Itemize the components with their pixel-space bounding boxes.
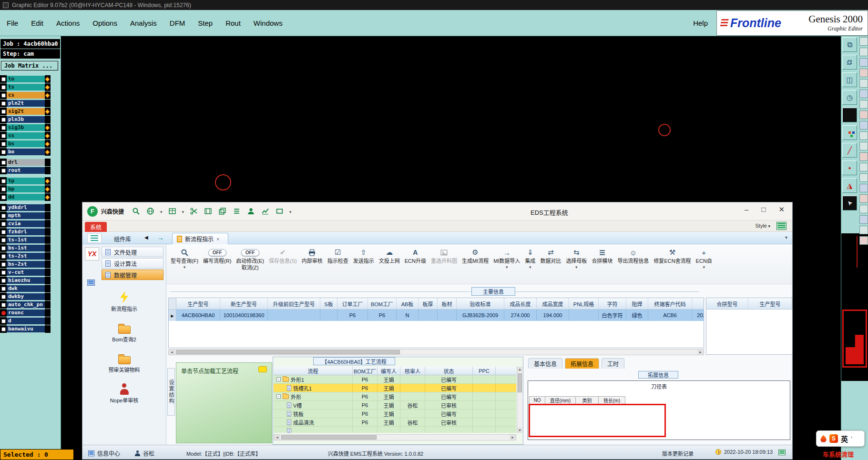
scissors-icon[interactable] [189,207,198,216]
tab-close-icon[interactable] [216,236,219,242]
layer-checkbox[interactable] [0,140,7,148]
cursor-arrow-icon[interactable]: ➤ [842,196,857,210]
column-header-5[interactable]: BOM工厂 [368,298,397,309]
timer-icon[interactable]: ◷ [842,90,857,105]
edge-tool-icon[interactable] [859,121,868,130]
toolbar-button-6[interactable]: ⇧发送指示 [351,246,377,284]
process-row-3[interactable]: V槽P6王娟谷松已审核 [274,401,516,410]
column-header-11[interactable]: 成品宽度 [537,298,569,309]
edge-tool-icon[interactable] [859,142,868,150]
tab-component-library[interactable]: 组件库 [114,235,131,243]
menu-file[interactable]: File [7,19,18,27]
layer-row-cvia[interactable]: cvia [0,220,51,228]
globe-icon[interactable] [146,207,155,216]
layer-checkbox[interactable] [0,252,7,260]
menu-help[interactable]: Help [693,19,708,27]
tree-vscrollbar[interactable] [517,367,523,433]
tree-expander-icon[interactable]: - [276,394,281,399]
column-header-7[interactable]: 板厚 [419,298,438,309]
import-step-icon[interactable]: ⧉ [842,55,857,70]
column-header-1[interactable]: 新生产型号 [220,298,268,309]
layer-row-ydkdrl[interactable]: ydkdrl [0,204,51,211]
scrollbar-thumb[interactable] [281,435,377,440]
scroll-right-icon[interactable] [697,350,704,355]
column-header-9[interactable]: 验收标准 [457,298,504,309]
off-toggle[interactable]: OFF [208,249,226,256]
toolbar-button-7[interactable]: ☁文投上网 [377,246,402,284]
process-column-header-0[interactable]: 流程 [274,367,353,375]
process-column-header-5[interactable]: PPC [473,367,496,375]
chevron-down-icon[interactable] [160,208,163,215]
process-column-header-2[interactable]: 编写人 [378,367,400,375]
process-row-2[interactable]: -外形P6王娟已编写 [274,392,516,401]
layer-row-dwk[interactable]: dwk [0,285,51,292]
search-icon[interactable] [132,207,141,216]
toolbar-button-2[interactable]: OFF启动修改(E)取消(Z) [234,246,266,284]
left-action-0[interactable]: 新流程指示 [82,290,166,312]
layer-checkbox[interactable] [0,317,7,325]
edge-tool-icon[interactable] [859,173,868,182]
layer-row-to[interactable]: to [0,75,51,83]
layer-row-dd[interactable]: dd [0,193,51,201]
process-column-header-3[interactable]: 核审人 [400,367,425,375]
process-column-header-4[interactable]: 状态 [425,367,473,375]
ime-indicator[interactable]: 英 车系统清理 [816,430,865,459]
dropdown-caret-icon[interactable] [506,265,508,270]
column-header-3[interactable]: S板 [320,298,337,309]
toolbar-button-12[interactable]: ⇓集成 [522,246,538,284]
left-menu-item-1[interactable]: 设计算法 [102,258,163,269]
toolbar-button-16[interactable]: ☺导出流程信息 [615,246,651,284]
chart-icon[interactable] [261,207,270,216]
toolbar-button-3[interactable]: ✔保存信息(S) [266,246,299,284]
pad-colors-icon[interactable] [842,125,857,140]
column-header-0[interactable]: 生产型号 [176,298,220,309]
menu-actions[interactable]: Actions [56,19,80,27]
scroll-up-icon[interactable] [517,367,522,372]
layer-checkbox[interactable] [0,228,7,236]
layer-checkbox[interactable] [0,124,7,131]
layer-checkbox[interactable] [0,269,7,276]
hamburger-menu-icon[interactable] [87,233,102,243]
layer-checkbox[interactable] [0,75,7,83]
layer-checkbox[interactable] [0,177,7,185]
layer-checkbox[interactable] [0,167,7,174]
layer-row-tp[interactable]: tp [0,177,51,185]
toolbar-button-18[interactable]: +ECN自 [694,246,715,284]
left-action-1[interactable]: Bom查询2 [82,320,166,343]
maximize-icon[interactable] [761,205,766,214]
menu-rout[interactable]: Rout [225,19,241,27]
process-row-5[interactable]: 成品清洗P6王娟谷松已审核 [274,418,516,427]
scroll-right-icon[interactable] [510,435,516,440]
layer-checkbox[interactable] [0,244,7,252]
layer-checkbox[interactable] [0,301,7,309]
toolbar-button-0[interactable]: 型号查询(F) [168,246,201,284]
toolbar-button-11[interactable]: →MI数据导入 [491,246,522,284]
chevron-down-icon[interactable] [182,208,184,215]
edge-tool-icon[interactable] [859,194,868,203]
layer-row-ss[interactable]: ss [0,132,51,140]
edge-tool-icon[interactable] [859,226,868,234]
column-header-4[interactable]: 订单工厂 [337,298,368,309]
tab-info-0[interactable]: 基本信息 [528,358,562,369]
job-matrix-button[interactable]: Job Matrix ... [1,61,58,70]
column-header-2[interactable]: 升级前旧生产型号 [268,298,320,309]
layer-row-v-cut[interactable]: v-cut [0,269,51,276]
column-header-6[interactable]: AB板 [397,298,419,309]
layer-row-cs[interactable]: cs [0,91,51,99]
info-center-item[interactable]: 信息中心 [88,449,120,457]
chevron-down-icon[interactable] [289,208,292,215]
layer-checkbox[interactable] [0,108,7,115]
layer-row-biaozhu[interactable]: biaozhu [0,277,51,284]
toolbar-button-17[interactable]: ⚒修复ECN舍流程 [651,246,693,284]
red-line-icon[interactable]: ╱ [842,143,857,158]
layer-row-dwkby[interactable]: dwkby [0,293,51,300]
table-icon[interactable] [168,207,177,216]
layer-checkbox[interactable] [0,159,7,166]
layer-checkbox[interactable] [0,309,7,317]
left-menu-item-2[interactable]: 数据管理 [102,270,163,280]
list-icon[interactable] [232,207,241,216]
edge-tool-icon[interactable] [859,37,868,46]
layer-row-ts-1st[interactable]: ts-1st [0,236,51,244]
toolbar-button-5[interactable]: ☑指示检查 [325,246,351,284]
tree-hscrollbar[interactable] [274,434,516,440]
